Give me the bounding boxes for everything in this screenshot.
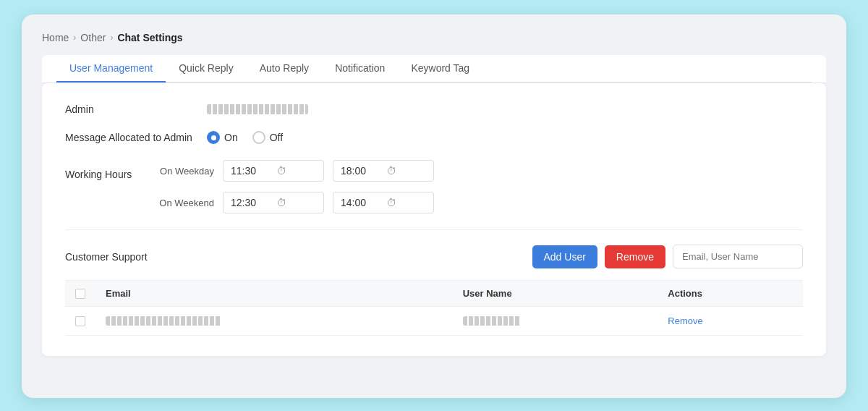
th-checkbox [65,281,95,307]
page-container: Home › Other › Chat Settings User Manage… [22,14,846,398]
weekday-row: On Weekday 11:30 ⏱ 18:00 ⏱ [149,160,434,182]
content-card: Admin Message Allocated to Admin On Off … [42,83,826,356]
customer-support-label: Customer Support [65,251,148,263]
weekend-label: On Weekend [149,198,214,208]
weekend-row: On Weekend 12:30 ⏱ 14:00 ⏱ [149,192,434,213]
breadcrumb-current: Chat Settings [117,32,182,43]
time-rows: On Weekday 11:30 ⏱ 18:00 ⏱ On Weekend 12… [149,160,434,213]
clock-icon-2: ⏱ [386,165,426,177]
radio-on-circle[interactable] [207,131,220,144]
radio-off-label: Off [270,132,283,143]
th-actions: Actions [658,281,803,307]
weekday-start-input[interactable]: 11:30 ⏱ [223,160,324,182]
remove-button[interactable]: Remove [605,245,665,268]
weekday-end-value: 18:00 [341,165,380,177]
breadcrumb-other[interactable]: Other [80,32,106,43]
working-hours-label: Working Hours [65,160,137,180]
tab-notification[interactable]: Notification [322,55,398,82]
radio-on-label: On [224,132,238,143]
th-username: User Name [453,281,658,307]
table-header-row: Email User Name Actions [65,281,803,307]
admin-row: Admin [65,103,803,115]
message-allocated-label: Message Allocated to Admin [65,132,195,143]
user-table: Email User Name Actions Remove [65,280,803,336]
radio-off[interactable]: Off [252,131,283,144]
tab-user-management[interactable]: User Management [56,55,166,82]
clock-icon-3: ⏱ [276,197,316,208]
customer-support-row: Customer Support Add User Remove [65,245,803,268]
clock-icon-1: ⏱ [276,165,316,177]
table-header: Email User Name Actions [65,281,803,307]
tab-keyword-tag[interactable]: Keyword Tag [398,55,482,82]
th-email: Email [95,281,453,307]
header-checkbox[interactable] [75,289,85,299]
cs-actions: Add User Remove [532,245,804,268]
breadcrumb-sep1: › [73,33,76,43]
weekday-end-input[interactable]: 18:00 ⏱ [333,160,434,182]
radio-group: On Off [207,131,283,144]
divider [65,229,803,230]
table-body: Remove [65,307,803,336]
tab-bar: User Management Quick Reply Auto Reply N… [42,55,826,83]
message-allocated-row: Message Allocated to Admin On Off [65,131,803,144]
row-checkbox[interactable] [75,316,85,326]
weekend-end-value: 14:00 [341,197,380,208]
search-input[interactable] [673,245,803,268]
row-email [95,307,453,336]
radio-on[interactable]: On [207,131,238,144]
row-remove-link[interactable]: Remove [658,307,803,336]
weekend-start-value: 12:30 [231,197,271,208]
weekday-label: On Weekday [149,166,214,177]
weekend-start-input[interactable]: 12:30 ⏱ [223,192,324,213]
breadcrumb-sep2: › [110,33,113,43]
row-username [453,307,658,336]
admin-email [207,104,308,114]
add-user-button[interactable]: Add User [532,245,597,268]
weekend-end-input[interactable]: 14:00 ⏱ [333,192,434,213]
working-hours-section: Working Hours On Weekday 11:30 ⏱ 18:00 ⏱ [65,160,803,213]
admin-label: Admin [65,103,195,115]
row-checkbox-cell [65,307,95,336]
clock-icon-4: ⏱ [386,197,426,208]
tab-quick-reply[interactable]: Quick Reply [166,55,246,82]
tab-auto-reply[interactable]: Auto Reply [247,55,322,82]
radio-off-circle[interactable] [252,131,265,144]
weekday-start-value: 11:30 [231,165,271,177]
breadcrumb: Home › Other › Chat Settings [42,32,826,43]
tabs-container: User Management Quick Reply Auto Reply N… [56,55,812,82]
table-row: Remove [65,307,803,336]
breadcrumb-home[interactable]: Home [42,32,69,43]
